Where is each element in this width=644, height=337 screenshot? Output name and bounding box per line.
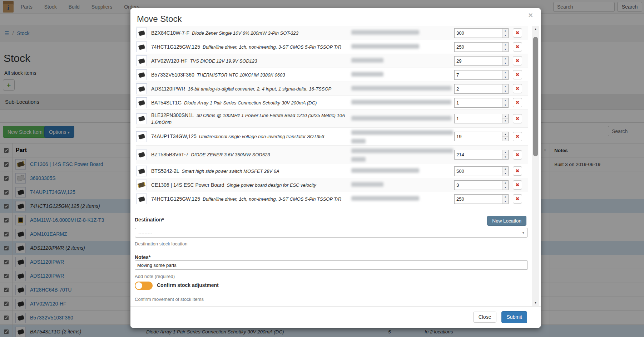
remove-row-button[interactable]: ✖ (513, 166, 522, 176)
quantity-stepper[interactable]: ▲▼ (454, 166, 509, 176)
remove-row-button[interactable]: ✖ (513, 84, 522, 93)
part-description: Unidirectional single voltage non-invert… (199, 134, 324, 139)
part-description: THERMISTOR NTC 10KOHM 3380K 0603 (197, 72, 285, 78)
remove-icon: ✖ (516, 72, 520, 77)
notes-input[interactable] (135, 260, 528, 270)
remove-row-button[interactable]: ✖ (513, 180, 522, 190)
remove-row-button[interactable]: ✖ (513, 150, 522, 160)
remove-icon: ✖ (516, 30, 520, 35)
spinner-up-icon[interactable]: ▲ (502, 150, 508, 155)
quantity-input[interactable] (455, 167, 502, 176)
spinner-up-icon[interactable]: ▲ (502, 98, 508, 103)
quantity-input[interactable] (455, 70, 502, 79)
quantity-stepper[interactable]: ▲▼ (454, 150, 509, 160)
quantity-stepper[interactable]: ▲▼ (454, 42, 509, 52)
spinner-down-icon[interactable]: ▼ (502, 119, 508, 123)
confirm-toggle-label: Confirm stock adjustment (157, 282, 219, 288)
part-name: BAT54SLT1G (151, 100, 182, 106)
remove-icon: ✖ (516, 196, 520, 201)
part-thumbnail (136, 150, 147, 160)
spinner-down-icon[interactable]: ▼ (502, 33, 508, 38)
scrollbar-thumb[interactable] (533, 37, 538, 156)
spinner-down-icon[interactable]: ▼ (502, 89, 508, 93)
part-name: 74HCT1G125GW,125 (151, 196, 200, 202)
spinner-up-icon[interactable]: ▲ (502, 84, 508, 89)
part-description: Diode Array 1 Pair Series Connection Sch… (184, 100, 317, 106)
spinner-up-icon[interactable]: ▲ (502, 29, 508, 33)
quantity-input[interactable] (455, 114, 502, 123)
spinner-up-icon[interactable]: ▲ (502, 70, 508, 75)
submit-button[interactable]: Submit (501, 311, 527, 323)
quantity-input[interactable] (455, 181, 502, 190)
part-name: BLE32PN300SN1L (151, 112, 194, 118)
modal-stock-item-row: 74HCT1G125GW,125Buffer/line driver, 1ch,… (136, 40, 528, 54)
quantity-input[interactable] (455, 150, 502, 159)
spinner-down-icon[interactable]: ▼ (502, 61, 508, 65)
modal-stock-item-row: ATV02W120-HFTVS DIODE 12V 19.9V SOD123 ▲… (136, 54, 528, 68)
modal-title: Move Stock (137, 14, 182, 24)
spinner-up-icon[interactable]: ▲ (502, 167, 508, 171)
quantity-input[interactable] (455, 43, 502, 52)
remove-row-button[interactable]: ✖ (513, 56, 522, 65)
modal-stock-item-row: BTS5242-2LSmart high side power switch M… (136, 164, 528, 178)
part-thumbnail (136, 83, 147, 94)
quantity-stepper[interactable]: ▲▼ (454, 28, 509, 38)
part-description: Buffer/line driver, 1ch, non-inverting, … (203, 196, 341, 202)
part-name: ATV02W120-HF (151, 58, 188, 64)
new-location-button[interactable]: New Location (487, 216, 526, 226)
spinner-up-icon[interactable]: ▲ (502, 181, 508, 185)
remove-row-button[interactable]: ✖ (513, 28, 522, 38)
quantity-stepper[interactable]: ▲▼ (454, 132, 509, 141)
remove-row-button[interactable]: ✖ (513, 132, 522, 141)
spinner-down-icon[interactable]: ▼ (502, 75, 508, 79)
quantity-input[interactable] (455, 98, 502, 107)
remove-row-button[interactable]: ✖ (513, 114, 522, 123)
remove-row-button[interactable]: ✖ (513, 194, 522, 204)
close-button[interactable]: Close (473, 312, 497, 323)
confirm-toggle[interactable] (135, 282, 153, 290)
quantity-input[interactable] (455, 84, 502, 93)
close-icon[interactable]: × (526, 10, 535, 20)
part-description: Smart high side power switch MOSFET 28V … (182, 168, 279, 174)
spinner-up-icon[interactable]: ▲ (502, 195, 508, 199)
spinner-down-icon[interactable]: ▼ (502, 185, 508, 190)
quantity-stepper[interactable]: ▲▼ (454, 114, 509, 123)
spinner-up-icon[interactable]: ▲ (502, 114, 508, 119)
spinner-down-icon[interactable]: ▼ (502, 199, 508, 204)
quantity-stepper[interactable]: ▲▼ (454, 98, 509, 108)
scroll-down-icon[interactable]: ▼ (532, 301, 539, 304)
destination-select[interactable]: --------- ▾ (135, 228, 528, 238)
spinner-down-icon[interactable]: ▼ (502, 103, 508, 107)
spinner-down-icon[interactable]: ▼ (502, 155, 508, 159)
spinner-down-icon[interactable]: ▼ (502, 137, 508, 141)
quantity-input[interactable] (455, 132, 502, 141)
modal-scrollbar[interactable]: ▲ ▼ (532, 26, 539, 306)
quantity-stepper[interactable]: ▲▼ (454, 194, 509, 204)
quantity-stepper[interactable]: ▲▼ (454, 84, 509, 94)
scroll-up-icon[interactable]: ▲ (532, 28, 539, 31)
part-thumbnail (136, 166, 147, 176)
modal-stock-item-row: 74HCT1G125GW,125Buffer/line driver, 1ch,… (136, 192, 528, 206)
spinner-down-icon[interactable]: ▼ (502, 47, 508, 52)
notes-label: Notes* (135, 254, 150, 260)
part-name: BZX84C10W-7-F (151, 30, 189, 36)
spinner-down-icon[interactable]: ▼ (502, 171, 508, 176)
remove-icon: ✖ (516, 152, 520, 157)
destination-help: Destination stock location (135, 241, 187, 246)
quantity-stepper[interactable]: ▲▼ (454, 56, 509, 66)
spinner-up-icon[interactable]: ▲ (502, 43, 508, 47)
remove-row-button[interactable]: ✖ (513, 42, 522, 52)
modal-stock-item-row: ADS1120IPWR16-bit analog-to-digital conv… (136, 82, 528, 96)
remove-row-button[interactable]: ✖ (513, 98, 522, 107)
spinner-up-icon[interactable]: ▲ (502, 57, 508, 61)
quantity-stepper[interactable]: ▲▼ (454, 180, 509, 190)
stock-location-redacted (351, 72, 441, 78)
remove-row-button[interactable]: ✖ (513, 70, 522, 79)
spinner-up-icon[interactable]: ▲ (502, 132, 508, 137)
quantity-input[interactable] (455, 195, 502, 204)
quantity-stepper[interactable]: ▲▼ (454, 70, 509, 80)
quantity-input[interactable] (455, 29, 502, 38)
part-name: B57332V5103F360 (151, 72, 194, 78)
destination-label: Destination* (135, 217, 164, 223)
quantity-input[interactable] (455, 57, 502, 65)
